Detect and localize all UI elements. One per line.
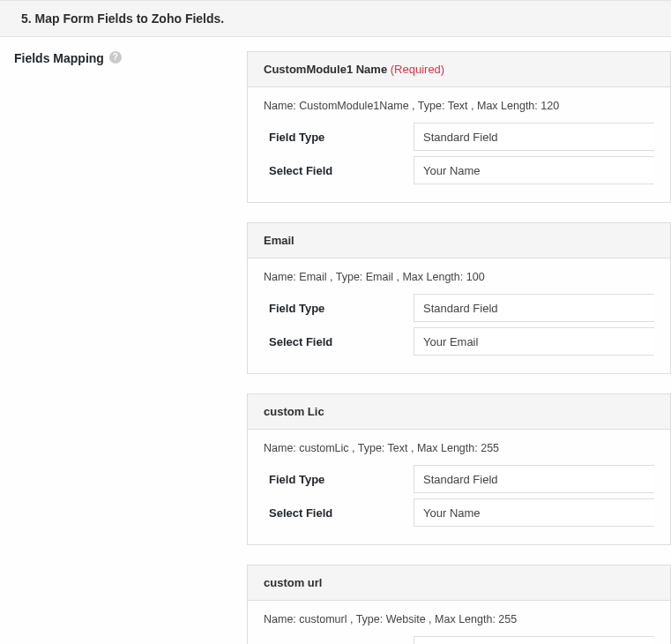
form-row-field-type: Field TypeStandard Field (264, 294, 654, 322)
card-header: custom url (248, 565, 670, 601)
field-type-select[interactable]: Standard Field (414, 123, 654, 151)
card-title: CustomModule1 Name (264, 63, 387, 76)
card-body: Name: customLic , Type: Text , Max Lengt… (248, 430, 670, 544)
help-icon[interactable]: ? (109, 51, 122, 64)
form-row-select-field: Select FieldYour Name (264, 156, 654, 184)
form-row-select-field: Select FieldYour Name (264, 498, 654, 527)
form-row-select-field: Select FieldYour Email (264, 327, 654, 356)
form-row-field-type: Field TypeStandard Field (264, 465, 654, 493)
card-body: Name: CustomModule1Name , Type: Text , M… (248, 87, 670, 202)
field-type-label: Field Type (264, 131, 414, 144)
section-title: 5. Map Form Fields to Zoho Fields. (21, 11, 224, 26)
field-type-select[interactable]: Standard Field (414, 465, 654, 493)
field-type-label: Field Type (264, 302, 414, 315)
card-body: Name: Email , Type: Email , Max Length: … (248, 258, 670, 373)
select-field-label: Select Field (264, 335, 414, 348)
field-meta: Name: Email , Type: Email , Max Length: … (264, 271, 654, 283)
card-title: Email (264, 234, 294, 247)
field-meta: Name: customurl , Type: Website , Max Le… (264, 613, 654, 625)
mapping-card: EmailName: Email , Type: Email , Max Len… (247, 222, 671, 374)
field-type-label: Field Type (264, 473, 414, 486)
select-field-select[interactable]: Your Name (414, 156, 654, 184)
card-header: custom Lic (248, 394, 670, 430)
card-title: custom url (264, 576, 322, 589)
fields-mapping-label: Fields Mapping (14, 51, 104, 65)
select-field-label: Select Field (264, 164, 414, 177)
field-meta: Name: customLic , Type: Text , Max Lengt… (264, 442, 654, 454)
card-title: custom Lic (264, 405, 324, 418)
field-type-select[interactable]: Standard Field (414, 294, 654, 322)
card-header: Email (248, 223, 670, 258)
select-field-select[interactable]: Your Email (414, 327, 654, 356)
mapping-cards-container: CustomModule1 Name (Required)Name: Custo… (247, 51, 671, 644)
mapping-card: custom LicName: customLic , Type: Text ,… (247, 393, 671, 545)
field-meta: Name: CustomModule1Name , Type: Text , M… (264, 100, 654, 112)
card-body: Name: customurl , Type: Website , Max Le… (248, 601, 670, 644)
content-area: Fields Mapping ? CustomModule1 Name (Req… (0, 37, 671, 644)
mapping-card: custom urlName: customurl , Type: Websit… (247, 565, 671, 644)
field-type-select[interactable]: Standard Field (414, 636, 654, 644)
form-row-field-type: Field TypeStandard Field (264, 123, 654, 151)
section-header: 5. Map Form Fields to Zoho Fields. (0, 0, 671, 37)
required-badge: (Required) (391, 63, 444, 76)
select-field-label: Select Field (264, 506, 414, 520)
select-field-select[interactable]: Your Name (414, 498, 654, 527)
card-header: CustomModule1 Name (Required) (248, 52, 670, 87)
form-row-field-type: Field TypeStandard Field (264, 636, 654, 644)
fields-mapping-label-wrap: Fields Mapping ? (0, 51, 247, 644)
mapping-card: CustomModule1 Name (Required)Name: Custo… (247, 51, 671, 203)
